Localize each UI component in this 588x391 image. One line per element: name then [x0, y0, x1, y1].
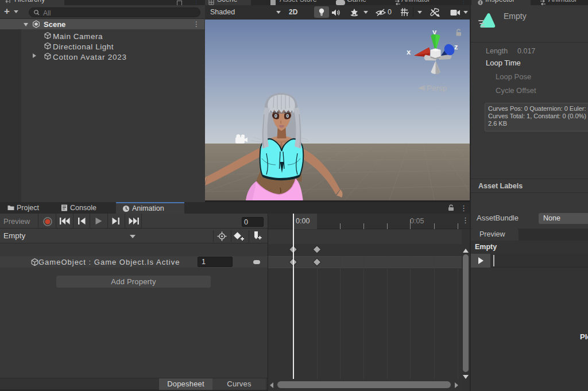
svg-text:z: z	[454, 42, 458, 51]
svg-text:Persp: Persp	[427, 84, 447, 92]
svg-text:x: x	[407, 48, 411, 56]
